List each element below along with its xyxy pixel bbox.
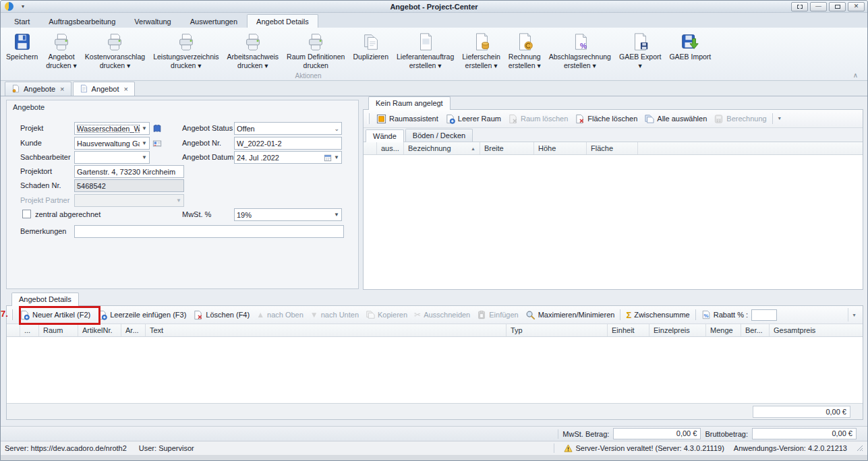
ribbon-collapse-icon[interactable]: ∧ bbox=[853, 71, 858, 79]
column-header-einzelpreis[interactable]: Einzelpreis bbox=[649, 324, 706, 336]
leerzeile-einfuegen-button[interactable]: Leerzeile einfügen (F3) bbox=[94, 309, 190, 321]
projekt-combobox[interactable]: Wasserschaden_WEG Garte...▼ bbox=[74, 122, 150, 135]
chevron-down-icon[interactable]: ▼ bbox=[140, 125, 147, 131]
toolbar-grip[interactable] bbox=[368, 113, 370, 124]
bemerkungen-input[interactable] bbox=[77, 226, 341, 237]
column-header-hoehe[interactable]: Höhe bbox=[534, 142, 587, 154]
gaeb-export-button[interactable]: GAEB Export ▾ bbox=[615, 29, 665, 69]
column-header-bezeichnung[interactable]: Bezeichnung ▲ bbox=[404, 142, 480, 154]
toolbar-grip[interactable] bbox=[11, 309, 13, 320]
angebot-status-combobox[interactable]: Offen⌄ bbox=[234, 122, 342, 135]
kunde-combobox[interactable]: Hausverwaltung Gartenstraße▼ bbox=[74, 137, 150, 150]
column-header-gesamtpreis[interactable]: Gesamtpreis bbox=[770, 324, 863, 336]
rechnung-erstellen-button[interactable]: Rechnung erstellen ▾ bbox=[504, 29, 545, 69]
raum-loeschen-button: Raum löschen bbox=[504, 113, 571, 125]
subtab-waende[interactable]: Wände bbox=[366, 129, 404, 142]
printer-icon bbox=[243, 30, 263, 53]
projektort-input[interactable] bbox=[77, 166, 181, 177]
column-header-einheit[interactable]: Einheit bbox=[608, 324, 649, 336]
bemerkungen-field[interactable] bbox=[74, 225, 344, 238]
angebot-nr-field[interactable] bbox=[234, 137, 342, 150]
calendar-icon[interactable] bbox=[324, 154, 332, 162]
column-header-ber[interactable]: Ber... bbox=[741, 324, 770, 336]
title-bar: ▾ Angebot - Project-Center — ✕ bbox=[1, 1, 867, 13]
column-header-raum[interactable]: Raum bbox=[39, 324, 78, 336]
column-header-dots[interactable]: ... bbox=[20, 324, 39, 336]
document-percent-icon: % bbox=[570, 30, 590, 53]
zentral-abgerechnet-checkbox[interactable] bbox=[22, 210, 31, 218]
details-grid-body[interactable] bbox=[7, 337, 863, 403]
arbeitsnachweis-drucken-button[interactable]: Arbeitsnachweis drucken ▾ bbox=[223, 29, 283, 69]
neuer-artikel-button[interactable]: Neuer Artikel (F2) bbox=[16, 309, 94, 321]
column-header-menge[interactable]: Menge bbox=[706, 324, 741, 336]
chevron-down-icon[interactable]: ⌄ bbox=[332, 125, 339, 132]
maximize-button[interactable] bbox=[829, 2, 846, 11]
angebot-nr-input[interactable] bbox=[237, 138, 339, 148]
mwst-betrag-value: 0,00 € bbox=[613, 428, 701, 439]
column-header-flaeche[interactable]: Fläche bbox=[587, 142, 638, 154]
column-header-text[interactable]: Text bbox=[146, 324, 507, 336]
warning-icon bbox=[564, 444, 573, 453]
raumassistent-button[interactable]: Raumassistent bbox=[373, 113, 442, 125]
column-header-breite[interactable]: Breite bbox=[480, 142, 534, 154]
ribbon-tab-verwaltung[interactable]: Verwaltung bbox=[125, 14, 180, 28]
leistungsverzeichnis-drucken-button[interactable]: Leistungsverzeichnis drucken ▾ bbox=[149, 29, 223, 69]
kunde-open-button[interactable] bbox=[151, 137, 163, 150]
projekt-open-button[interactable] bbox=[151, 122, 163, 135]
room-panel-tab[interactable]: Kein Raum angelegt bbox=[368, 96, 451, 110]
doc-tab-label: Angebote bbox=[24, 85, 55, 93]
flaeche-loeschen-button[interactable]: Fläche löschen bbox=[571, 113, 641, 125]
column-header-aus[interactable]: aus... bbox=[377, 142, 404, 154]
kostenvoranschlag-drucken-button[interactable]: Kostenvoranschlag drucken ▾ bbox=[81, 29, 149, 69]
ribbon-tab-auftragsbearbeitung[interactable]: Auftragsbearbeitung bbox=[39, 14, 125, 28]
column-header-artikelnr[interactable]: ArtikelNr. bbox=[78, 324, 121, 336]
chevron-down-icon[interactable]: ▼ bbox=[332, 154, 339, 160]
subtab-boeden-decken[interactable]: Böden / Decken bbox=[405, 129, 473, 142]
fullscreen-button[interactable] bbox=[791, 2, 808, 11]
rabatt-input[interactable] bbox=[751, 309, 777, 321]
doc-tab-angebot[interactable]: Angebot × bbox=[73, 82, 135, 96]
column-header-typ[interactable]: Typ bbox=[507, 324, 608, 336]
angebot-datum-field[interactable]: 24. Jul .2022 ▼ bbox=[234, 151, 342, 164]
alle-auswaehlen-button[interactable]: Alle auswählen bbox=[641, 113, 710, 125]
document-icon bbox=[80, 84, 88, 93]
schaden-nr-field[interactable]: 5468542 bbox=[74, 179, 184, 192]
close-button[interactable]: ✕ bbox=[848, 2, 865, 11]
zentral-abgerechnet-label: zentral abgerechnet bbox=[35, 208, 100, 221]
ribbon-tab-start[interactable]: Start bbox=[5, 14, 39, 28]
toolbar-dropdown-icon[interactable]: ▾ bbox=[775, 116, 784, 121]
bemerkungen-label: Bemerkungen bbox=[20, 225, 67, 238]
angebot-drucken-button[interactable]: Angebot drucken ▾ bbox=[42, 29, 81, 69]
toolbar-overflow-dropdown-icon[interactable]: ▾ bbox=[848, 308, 860, 321]
close-tab-icon[interactable]: × bbox=[123, 85, 128, 93]
lieferschein-erstellen-button[interactable]: Lieferschein erstellen ▾ bbox=[458, 29, 504, 69]
details-panel-tab[interactable]: Angebot Details bbox=[11, 293, 79, 306]
ribbon-tab-auswertungen[interactable]: Auswertungen bbox=[181, 14, 247, 28]
loeschen-button[interactable]: Löschen (F4) bbox=[190, 309, 253, 321]
duplizieren-button[interactable]: Duplizieren bbox=[349, 29, 393, 61]
lieferantenauftrag-erstellen-button[interactable]: Lieferantenauftrag erstellen ▾ bbox=[393, 29, 458, 69]
projektort-field[interactable] bbox=[74, 165, 184, 178]
doc-tab-angebote[interactable]: Angebote × bbox=[5, 82, 71, 96]
column-header-ar[interactable]: Ar... bbox=[121, 324, 146, 336]
speichern-button[interactable]: Speichern bbox=[2, 29, 42, 61]
chevron-down-icon[interactable]: ▼ bbox=[332, 212, 339, 218]
maximieren-minimieren-button[interactable]: Maximieren/Minimieren bbox=[522, 309, 618, 321]
raum-definitionen-drucken-button[interactable]: Raum Definitionen drucken bbox=[283, 29, 349, 69]
gaeb-import-button[interactable]: GAEB Import bbox=[665, 29, 715, 61]
zwischensumme-button[interactable]: Σ Zwischensumme bbox=[623, 309, 693, 321]
room-grid-body[interactable] bbox=[364, 155, 863, 289]
abschlagsrechnung-erstellen-button[interactable]: % Abschlagsrechnung erstellen ▾ bbox=[545, 29, 615, 69]
leerer-raum-button[interactable]: Leerer Raum bbox=[442, 113, 504, 125]
sachbearbeiter-combobox[interactable]: ▼ bbox=[74, 151, 150, 164]
close-tab-icon[interactable]: × bbox=[59, 85, 64, 93]
printer-icon bbox=[306, 30, 326, 53]
mwst-combobox[interactable]: 19%▼ bbox=[234, 208, 342, 221]
ribbon: Speichern Angebot drucken ▾ Kostenvorans… bbox=[1, 28, 867, 81]
document-disk-icon bbox=[630, 30, 650, 53]
resize-grip-icon[interactable] bbox=[857, 445, 863, 452]
chevron-down-icon[interactable]: ▼ bbox=[140, 140, 147, 146]
chevron-down-icon[interactable]: ▼ bbox=[140, 154, 147, 160]
ribbon-tab-angebot-details[interactable]: Angebot Details bbox=[247, 14, 318, 28]
minimize-button[interactable]: — bbox=[810, 2, 827, 11]
